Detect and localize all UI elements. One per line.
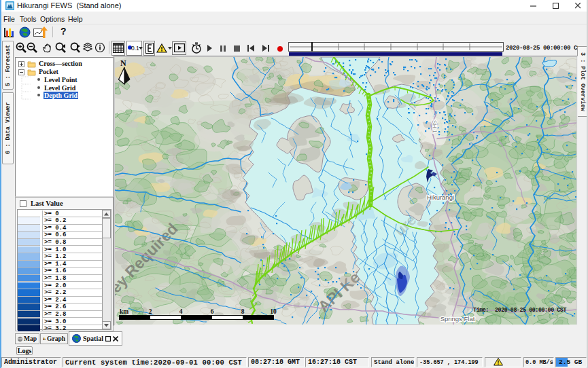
svg-text:Time: 2020-08-25 00:00:00 CST: Time: 2020-08-25 00:00:00 CST [473,307,566,313]
svg-text:Hikurangi: Hikurangi [427,194,454,201]
svg-text:8: 8 [241,308,245,315]
svg-text:Springs Flat: Springs Flat [440,315,475,323]
svg-text:N: N [120,58,126,68]
svg-text:km: km [120,308,128,315]
svg-text:6: 6 [211,308,214,315]
svg-text:10: 10 [270,308,277,315]
svg-text:4: 4 [179,308,183,315]
svg-text:SH 1: SH 1 [431,120,438,134]
svg-text:2: 2 [149,308,152,315]
